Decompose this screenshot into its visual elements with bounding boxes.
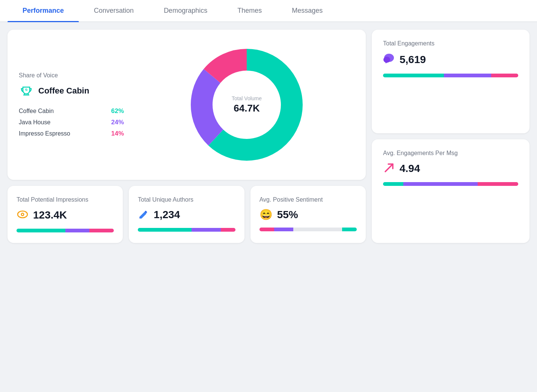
engagements-value: 5,619 — [400, 54, 426, 66]
right-column: Total Engagements 5,619 Avg. Engagem — [372, 30, 529, 243]
sov-item-impresso: Impresso Espresso 14% — [19, 130, 124, 137]
auth-prog-pink — [221, 228, 235, 232]
avg-progress-seg-purple — [403, 182, 478, 186]
avg-engagements-title: Avg. Engagements Per Msg — [383, 150, 518, 157]
sentiment-card: Avg. Positive Sentiment 😄 55% — [250, 186, 366, 243]
progress-seg-teal — [383, 74, 444, 77]
auth-prog-purple — [192, 228, 221, 232]
avg-engagements-card: Avg. Engagements Per Msg 4.94 — [372, 139, 529, 243]
engagements-value-row: 5,619 — [383, 52, 518, 67]
sov-pct-0: 62% — [111, 107, 124, 115]
sent-prog-purple — [274, 228, 294, 231]
sentiment-progress — [259, 228, 357, 231]
sov-brand-1: Java House — [19, 119, 51, 126]
sov-item-java-house: Java House 24% — [19, 119, 124, 126]
progress-seg-pink — [491, 74, 518, 77]
sent-prog-teal — [342, 228, 357, 231]
engagements-progress — [383, 74, 518, 77]
eye-icon — [17, 208, 29, 222]
tab-demographics[interactable]: Demographics — [149, 0, 222, 21]
sov-brand-2: Impresso Espresso — [19, 130, 70, 137]
pencil-icon — [138, 208, 149, 221]
chat-icon — [383, 52, 395, 67]
tab-performance[interactable]: Performance — [8, 0, 79, 21]
sov-pct-1: 24% — [111, 119, 124, 126]
svg-point-6 — [22, 214, 23, 215]
avg-engagements-value: 4.94 — [400, 163, 420, 175]
sov-legend: Share of Voice Coffee Cabin Coffee Cabin — [19, 72, 124, 137]
sov-item-coffee-cabin: Coffee Cabin 62% — [19, 107, 124, 115]
impressions-card: Total Potential Impressions 123.4K — [8, 186, 123, 243]
imp-prog-pink — [89, 229, 114, 232]
authors-progress — [138, 228, 235, 232]
imp-prog-teal — [17, 229, 65, 232]
impressions-title: Total Potential Impressions — [17, 196, 114, 203]
sov-pct-2: 14% — [111, 130, 124, 137]
sentiment-value: 55% — [277, 209, 298, 221]
sov-items: Coffee Cabin 62% Java House 24% Impresso… — [19, 107, 124, 137]
donut-svg: Total Volume 64.7K — [183, 41, 311, 169]
nav-tabs: Performance Conversation Demographics Th… — [0, 0, 537, 22]
sentiment-value-row: 😄 55% — [259, 208, 357, 221]
avg-engagements-progress — [383, 182, 518, 186]
sent-prog-gray — [293, 228, 342, 231]
tab-themes[interactable]: Themes — [222, 0, 277, 21]
smiley-icon: 😄 — [259, 208, 273, 221]
avg-progress-seg-pink — [478, 182, 518, 186]
donut-chart: Total Volume 64.7K — [139, 41, 354, 169]
sov-brand: Coffee Cabin — [19, 83, 124, 98]
sov-brand-0: Coffee Cabin — [19, 108, 54, 115]
auth-prog-teal — [138, 228, 192, 232]
sov-winner-name: Coffee Cabin — [38, 86, 89, 96]
engagements-title: Total Engagements — [383, 40, 518, 47]
sent-prog-pink — [259, 228, 274, 231]
sov-label: Share of Voice — [19, 72, 124, 79]
svg-line-3 — [385, 164, 393, 172]
tab-messages[interactable]: Messages — [277, 0, 338, 21]
authors-value-row: 1,234 — [138, 208, 235, 221]
bottom-row: Total Potential Impressions 123.4K T — [8, 186, 366, 243]
donut-center-label: Total Volume — [232, 95, 262, 101]
progress-seg-purple — [444, 74, 491, 77]
impressions-value-row: 123.4K — [17, 208, 114, 222]
donut-center-value: 64.7K — [234, 103, 260, 114]
impressions-value: 123.4K — [33, 209, 67, 221]
share-of-voice-card: Share of Voice Coffee Cabin Coffee Cabin — [8, 30, 366, 180]
sentiment-title: Avg. Positive Sentiment — [259, 196, 357, 203]
avg-engagements-value-row: 4.94 — [383, 162, 518, 175]
arrow-up-right-icon — [383, 162, 395, 175]
authors-title: Total Unique Authors — [138, 196, 235, 203]
impressions-progress — [17, 229, 114, 232]
imp-prog-purple — [65, 229, 90, 232]
authors-card: Total Unique Authors 1,234 — [129, 186, 244, 243]
main-content: Share of Voice Coffee Cabin Coffee Cabin — [0, 22, 537, 250]
total-engagements-card: Total Engagements 5,619 — [372, 30, 529, 133]
tab-conversation[interactable]: Conversation — [79, 0, 149, 21]
avg-progress-seg-teal — [383, 182, 403, 186]
authors-value: 1,234 — [154, 209, 180, 221]
trophy-icon — [19, 83, 34, 98]
